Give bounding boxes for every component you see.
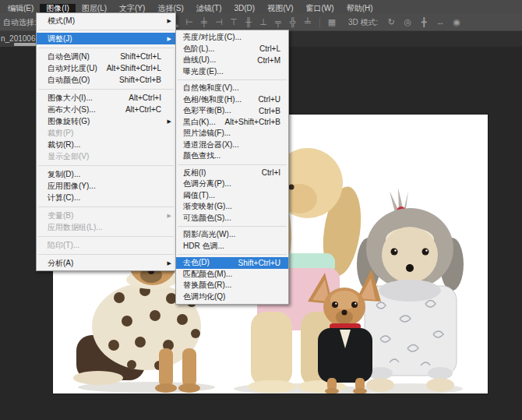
menu-item-label: 自动对比度(U) xyxy=(48,63,97,74)
align-top-edges-icon[interactable]: ⊤ xyxy=(227,16,240,29)
menu-item[interactable]: 自然饱和度(V)... ▶ xyxy=(176,83,288,94)
menu-item[interactable]: 裁剪(P) ▶ xyxy=(37,127,175,139)
menubar-item-filter[interactable]: 滤镜(T) xyxy=(190,4,228,12)
menu-item[interactable]: 应用图像(Y)... ▶ xyxy=(37,180,175,192)
menu-item-label: 陷印(T)... xyxy=(48,240,79,251)
menu-bar: 编辑(E)图像(I)图层(L)文字(Y)选择(S)滤镜(T)3D(D)视图(V)… xyxy=(0,0,522,13)
menu-item-label: 阴影/高光(W)... xyxy=(183,229,235,240)
menu-item-label: 匹配颜色(M)... xyxy=(183,269,232,280)
menu-item[interactable]: 曲线(U)... Ctrl+M ▶ xyxy=(176,55,288,66)
menu-item-label: 模式(M) xyxy=(48,16,75,26)
menu-item[interactable]: 图像大小(I)... Alt+Ctrl+I ▶ xyxy=(37,92,175,104)
menu-item[interactable]: 画布大小(S)... Alt+Ctrl+C ▶ xyxy=(37,104,175,115)
3d-drag-icon[interactable]: ╋ xyxy=(418,16,430,29)
menu-item[interactable]: 自动颜色(O) Shift+Ctrl+B ▶ xyxy=(37,74,175,86)
menu-item-label: 调整(J) xyxy=(48,34,72,44)
distribute-bottom-edges-icon[interactable]: ╧ xyxy=(302,16,314,29)
menu-item[interactable]: 替换颜色(R)... ▶ xyxy=(176,280,288,291)
menu-item[interactable]: 自动色调(N) Shift+Ctrl+L ▶ xyxy=(37,51,175,62)
menu-item[interactable]: 模式(M) ▶ xyxy=(37,15,175,26)
menu-item-label: 色调分离(P)... xyxy=(183,178,231,189)
submenu-arrow-icon: ▶ xyxy=(168,118,171,125)
menu-item[interactable]: 复制(D)... ▶ xyxy=(37,168,175,180)
menu-item-shortcut: Shift+Ctrl+L xyxy=(120,52,171,61)
menu-item[interactable]: 匹配颜色(M)... ▶ xyxy=(176,269,288,281)
menu-item[interactable]: 渐变映射(G)... ▶ xyxy=(176,201,288,213)
menu-item-shortcut: Shift+Ctrl+U xyxy=(238,259,284,267)
menu-item-label: 曲线(U)... xyxy=(183,55,216,65)
menu-item-label: 替换颜色(R)... xyxy=(183,280,231,291)
menubar-item-window[interactable]: 窗口(W) xyxy=(300,4,340,12)
menu-item[interactable]: 陷印(T)... ▶ xyxy=(37,239,175,251)
3d-rotate-icon[interactable]: ↻ xyxy=(385,16,397,29)
menu-item[interactable]: 计算(C)... ▶ xyxy=(37,192,175,203)
menu-item[interactable]: 阴影/高光(W)... ▶ xyxy=(176,229,288,241)
menu-item-shortcut: Ctrl+B xyxy=(259,107,284,115)
3d-camera-icon[interactable]: ◉ xyxy=(450,16,463,29)
menu-item-label: 颜色查找... xyxy=(183,150,220,161)
menu-item[interactable]: 反相(I) Ctrl+I ▶ xyxy=(176,168,288,179)
menubar-item-view[interactable]: 视图(V) xyxy=(261,4,299,12)
menu-item[interactable]: 调整(J) ▶ xyxy=(37,33,175,44)
menu-item[interactable]: HDR 色调... ▶ xyxy=(176,241,288,252)
menu-item-label: 变量(B) xyxy=(48,210,73,221)
menu-item-shortcut: Ctrl+M xyxy=(257,56,284,65)
align-right-edges-icon[interactable]: ⊣ xyxy=(213,16,225,29)
3d-slide-icon[interactable]: ↔ xyxy=(434,16,446,29)
submenu-arrow-icon: ▶ xyxy=(168,213,171,219)
menu-item-label: 黑白(K)... xyxy=(183,117,216,128)
menu-item-label: 照片滤镜(F)... xyxy=(183,128,231,139)
auto-select-label: 自动选择: xyxy=(3,13,37,31)
menu-separator: ▶ xyxy=(176,77,288,83)
menu-item[interactable]: 颜色查找... ▶ xyxy=(176,150,288,162)
align-left-edges-icon[interactable]: ⊢ xyxy=(183,16,196,29)
menu-item-label: 计算(C)... xyxy=(48,192,80,203)
menu-item-shortcut: Alt+Shift+Ctrl+B xyxy=(225,118,284,126)
3d-roll-icon[interactable]: ◎ xyxy=(401,16,414,29)
menu-separator: ▶ xyxy=(37,86,175,92)
menu-separator: ▶ xyxy=(37,26,175,33)
menu-item[interactable]: 色调分离(P)... ▶ xyxy=(176,178,288,190)
align-horizontal-centers-icon[interactable]: ╪ xyxy=(198,16,210,29)
menubar-item-layer[interactable]: 图层(L) xyxy=(76,4,113,12)
menu-item-label: 通道混合器(X)... xyxy=(183,139,239,150)
menu-item[interactable]: 色阶(L)... Ctrl+L ▶ xyxy=(176,44,288,55)
menubar-item-help[interactable]: 帮助(H) xyxy=(340,4,379,12)
menu-item[interactable]: 照片滤镜(F)... ▶ xyxy=(176,128,288,139)
menu-item[interactable]: 图像旋转(G) ▶ xyxy=(37,115,175,127)
menubar-item-3d[interactable]: 3D(D) xyxy=(228,4,262,12)
menu-item[interactable]: 色相/饱和度(H)... Ctrl+U ▶ xyxy=(176,94,288,106)
distribute-vertical-centers-icon[interactable]: ╬ xyxy=(287,16,299,29)
menu-item[interactable]: 阈值(T)... ▶ xyxy=(176,190,288,202)
menubar-item-type[interactable]: 文字(Y) xyxy=(113,4,151,12)
menubar-item-select[interactable]: 选择(S) xyxy=(151,4,189,12)
menu-item[interactable]: 曝光度(E)... ▶ xyxy=(176,66,288,78)
menubar-item-edit[interactable]: 编辑(E) xyxy=(2,4,40,12)
auto-align-layers-icon[interactable]: ▦ xyxy=(326,16,338,29)
menu-item[interactable]: 去色(D) Shift+Ctrl+U ▶ xyxy=(176,257,288,269)
menu-item-label: 自动颜色(O) xyxy=(48,75,90,86)
submenu-arrow-icon: ▶ xyxy=(168,18,171,24)
distribute-top-edges-icon[interactable]: ╤ xyxy=(272,16,284,29)
3d-mode-label: 3D 模式: xyxy=(348,17,378,28)
menu-item[interactable]: 色调均化(Q) ▶ xyxy=(176,291,288,303)
menu-item[interactable]: 可选颜色(S)... ▶ xyxy=(176,213,288,224)
menu-item[interactable]: 应用数据组(L)... ▶ xyxy=(37,221,175,233)
align-bottom-icon[interactable]: ⊥ xyxy=(257,16,270,29)
menu-item[interactable]: 显示全部(V) ▶ xyxy=(37,150,175,162)
menu-item[interactable]: 自动对比度(U) Alt+Shift+Ctrl+L ▶ xyxy=(37,62,175,74)
menu-item-label: 图像大小(I)... xyxy=(48,93,93,104)
menu-separator: ▶ xyxy=(37,162,175,168)
menu-item[interactable]: 色彩平衡(B)... Ctrl+B ▶ xyxy=(176,105,288,117)
menu-item[interactable]: 通道混合器(X)... ▶ xyxy=(176,139,288,151)
menu-item[interactable]: 变量(B) ▶ xyxy=(37,210,175,221)
menu-item-label: 自然饱和度(V)... xyxy=(183,83,239,94)
menu-item[interactable]: 裁切(R)... ▶ xyxy=(37,139,175,150)
menubar-item-image[interactable]: 图像(I) xyxy=(40,4,75,12)
options-bar-icons: ▂⊢╪⊣⊤╫⊥╤╬╧▦ 3D 模式: ↻◎╋↔◉ xyxy=(168,13,463,31)
menu-item[interactable]: 黑白(K)... Alt+Shift+Ctrl+B ▶ xyxy=(176,117,288,129)
menu-separator: ▶ xyxy=(37,203,175,210)
menu-item[interactable]: 亮度/对比度(C)... ▶ xyxy=(176,32,288,44)
align-vertical-centers-icon[interactable]: ╫ xyxy=(242,16,255,29)
menu-item[interactable]: 分析(A) ▶ xyxy=(37,257,175,269)
